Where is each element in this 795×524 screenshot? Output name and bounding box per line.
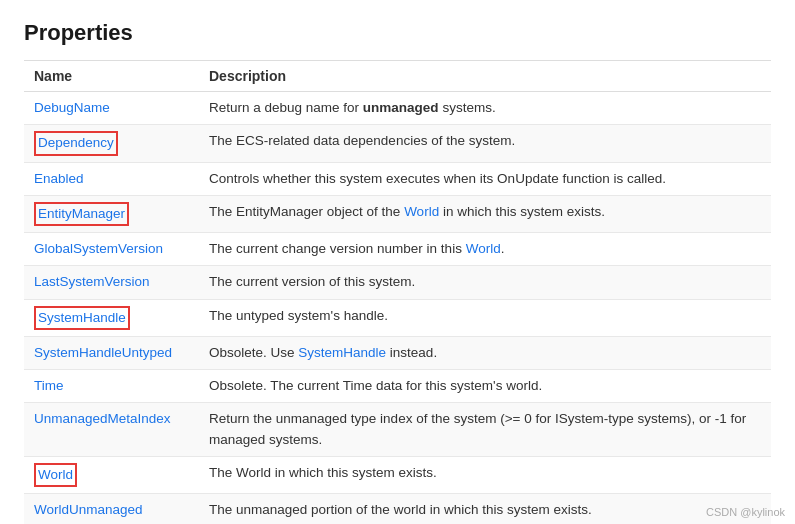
desc-cell: The unmanaged portion of the world in wh… <box>199 494 771 525</box>
name-cell[interactable]: Time <box>24 370 199 403</box>
table-row: LastSystemVersionThe current version of … <box>24 266 771 299</box>
desc-cell: Return a debug name for unmanaged system… <box>199 92 771 125</box>
name-cell[interactable]: World <box>24 456 199 493</box>
table-row: TimeObsolete. The current Time data for … <box>24 370 771 403</box>
name-cell[interactable]: Dependency <box>24 125 199 162</box>
name-cell[interactable]: WorldUnmanaged <box>24 494 199 525</box>
name-link[interactable]: UnmanagedMetaIndex <box>34 411 171 426</box>
table-row: DependencyThe ECS-related data dependenc… <box>24 125 771 162</box>
name-cell[interactable]: UnmanagedMetaIndex <box>24 403 199 457</box>
name-cell[interactable]: SystemHandleUntyped <box>24 336 199 369</box>
name-cell[interactable]: GlobalSystemVersion <box>24 233 199 266</box>
desc-cell: The ECS-related data dependencies of the… <box>199 125 771 162</box>
bold-text: unmanaged <box>363 100 439 115</box>
desc-cell: Return the unmanaged type index of the s… <box>199 403 771 457</box>
table-row: UnmanagedMetaIndexReturn the unmanaged t… <box>24 403 771 457</box>
col-header-name: Name <box>24 61 199 92</box>
desc-cell: Controls whether this system executes wh… <box>199 162 771 195</box>
desc-cell: The current change version number in thi… <box>199 233 771 266</box>
table-row: DebugNameReturn a debug name for unmanag… <box>24 92 771 125</box>
desc-cell: Obsolete. The current Time data for this… <box>199 370 771 403</box>
watermark: CSDN @kylinok <box>706 506 785 518</box>
desc-link[interactable]: World <box>404 204 439 219</box>
properties-table: Name Description DebugNameReturn a debug… <box>24 60 771 524</box>
name-cell[interactable]: EntityManager <box>24 195 199 232</box>
desc-link[interactable]: World <box>466 241 501 256</box>
boxed-name: EntityManager <box>34 202 129 226</box>
name-cell[interactable]: SystemHandle <box>24 299 199 336</box>
desc-cell: The current version of this system. <box>199 266 771 299</box>
boxed-name: World <box>34 463 77 487</box>
name-link[interactable]: Enabled <box>34 171 84 186</box>
table-row: EnabledControls whether this system exec… <box>24 162 771 195</box>
name-cell[interactable]: DebugName <box>24 92 199 125</box>
name-link[interactable]: WorldUnmanaged <box>34 502 143 517</box>
desc-cell: The World in which this system exists. <box>199 456 771 493</box>
page-title: Properties <box>24 20 771 46</box>
desc-cell: The untyped system's handle. <box>199 299 771 336</box>
table-row: WorldThe World in which this system exis… <box>24 456 771 493</box>
boxed-name: SystemHandle <box>34 306 130 330</box>
col-header-description: Description <box>199 61 771 92</box>
table-row: WorldUnmanagedThe unmanaged portion of t… <box>24 494 771 525</box>
name-link[interactable]: SystemHandleUntyped <box>34 345 172 360</box>
name-link[interactable]: DebugName <box>34 100 110 115</box>
desc-cell: The EntityManager object of the World in… <box>199 195 771 232</box>
table-row: SystemHandleUntypedObsolete. Use SystemH… <box>24 336 771 369</box>
table-row: EntityManagerThe EntityManager object of… <box>24 195 771 232</box>
desc-link[interactable]: SystemHandle <box>298 345 386 360</box>
name-link[interactable]: LastSystemVersion <box>34 274 150 289</box>
name-link[interactable]: GlobalSystemVersion <box>34 241 163 256</box>
desc-cell: Obsolete. Use SystemHandle instead. <box>199 336 771 369</box>
boxed-name: Dependency <box>34 131 118 155</box>
name-cell[interactable]: LastSystemVersion <box>24 266 199 299</box>
table-row: SystemHandleThe untyped system's handle. <box>24 299 771 336</box>
name-cell[interactable]: Enabled <box>24 162 199 195</box>
table-row: GlobalSystemVersionThe current change ve… <box>24 233 771 266</box>
name-link[interactable]: Time <box>34 378 64 393</box>
